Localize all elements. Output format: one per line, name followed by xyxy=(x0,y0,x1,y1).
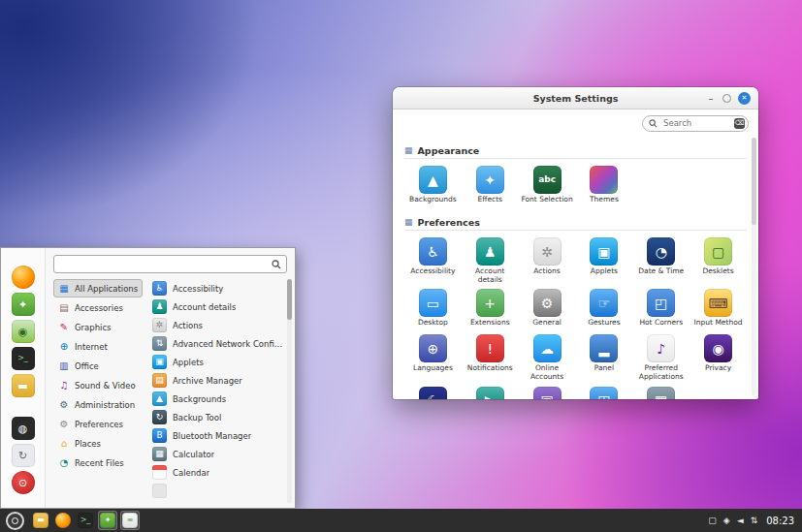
settings-item-privacy[interactable]: ◉Privacy xyxy=(690,332,747,383)
hot-corners-icon: ◰ xyxy=(647,289,675,317)
menu-category-sound-video[interactable]: ♫Sound & Video xyxy=(53,376,143,394)
menu-category-graphics[interactable]: ✎Graphics xyxy=(53,318,143,336)
settings-item-languages[interactable]: ⊕Languages xyxy=(404,332,462,383)
menu-favorite-files-icon[interactable]: ▬ xyxy=(12,374,35,397)
panel-launcher-files[interactable]: ▬ xyxy=(31,511,50,530)
app-label: Advanced Network Configuration xyxy=(173,339,287,349)
menu-category-administration[interactable]: ⚙Administration xyxy=(53,395,143,414)
mint-logo-icon xyxy=(12,517,18,524)
settings-item-label: Privacy xyxy=(705,364,731,373)
network-icon[interactable]: ⇅ xyxy=(751,516,758,525)
menu-favorite-software-manager-icon[interactable]: ✦ xyxy=(12,293,35,316)
settings-search-input[interactable] xyxy=(661,117,730,129)
menu-app-item[interactable] xyxy=(152,482,287,500)
settings-item-extensions[interactable]: +Extensions xyxy=(462,287,519,331)
maximize-button[interactable] xyxy=(722,94,731,103)
settings-item-screensaver[interactable]: ☾Screensaver xyxy=(404,385,462,400)
menu-search[interactable] xyxy=(53,255,287,273)
menu-button[interactable] xyxy=(6,512,24,530)
menu-favorite-firefox-icon[interactable] xyxy=(12,266,35,289)
panel-launcher-text-editor[interactable]: ≡ xyxy=(120,511,140,530)
settings-scrollbar-thumb[interactable] xyxy=(752,138,756,225)
settings-item-gestures[interactable]: ☞Gestures xyxy=(575,287,632,331)
settings-item-windows[interactable]: ▣Windows xyxy=(519,385,576,400)
settings-item-themes[interactable]: Themes xyxy=(575,164,632,208)
settings-item-hot-corners[interactable]: ◰Hot Corners xyxy=(632,287,690,331)
desklets-icon: ▢ xyxy=(704,237,732,266)
settings-item-backgrounds[interactable]: ▲Backgrounds xyxy=(404,164,462,208)
menu-category-places[interactable]: ⌂Places xyxy=(53,434,143,453)
menu-app-backgrounds[interactable]: ▲Backgrounds xyxy=(152,390,287,408)
menu-columns: ▦All Applications▤Accessories✎Graphics⊕I… xyxy=(53,279,287,508)
settings-scrollbar[interactable] xyxy=(752,138,756,395)
menu-app-advanced-network-configuration[interactable]: ⇅Advanced Network Configuration xyxy=(152,334,287,353)
menu-app-actions[interactable]: ✲Actions xyxy=(152,316,287,334)
menu-category-all-applications[interactable]: ▦All Applications xyxy=(53,279,143,297)
menu-app-archive-manager[interactable]: ▤Archive Manager xyxy=(152,371,287,390)
settings-item-applets[interactable]: ▣Applets xyxy=(575,235,632,286)
settings-item-actions[interactable]: ✲Actions xyxy=(519,235,576,286)
menu-category-preferences[interactable]: ⚙Preferences xyxy=(53,415,143,433)
menu-app-backup-tool[interactable]: ↻Backup Tool xyxy=(152,408,287,426)
close-button[interactable]: ✕ xyxy=(738,92,751,105)
privacy-icon: ◉ xyxy=(704,334,732,362)
settings-item-online-accounts[interactable]: ☁Online Accounts xyxy=(519,332,576,383)
settings-search[interactable]: ⌫ xyxy=(642,115,749,132)
settings-item-label: Input Method xyxy=(694,319,743,328)
menu-category-accessories[interactable]: ▤Accessories xyxy=(53,298,143,317)
menu-app-calendar[interactable]: Calendar xyxy=(152,463,287,482)
panel: ▬>_✦≡ ▢◈◄⇅ 08:23 xyxy=(0,509,802,532)
menu-category-recent-files[interactable]: ◔Recent Files xyxy=(53,454,143,472)
internet-icon: ⊕ xyxy=(58,342,70,352)
menu-favorite-logout-icon[interactable]: ↻ xyxy=(12,444,35,467)
category-label: Sound & Video xyxy=(75,381,136,391)
settings-item-effects[interactable]: ✦Effects xyxy=(462,164,519,208)
menu-app-account-details[interactable]: ♟Account details xyxy=(152,297,287,316)
panel-launcher-software-manager[interactable]: ✦ xyxy=(98,511,117,530)
settings-item-input-method[interactable]: ⌨Input Method xyxy=(690,287,747,331)
menu-category-office[interactable]: ▥Office xyxy=(53,357,143,375)
menu-scrollbar[interactable] xyxy=(287,279,292,503)
settings-titlebar[interactable]: System Settings – ✕ xyxy=(393,87,758,110)
preferred-applications-icon: ♪ xyxy=(647,334,675,362)
settings-item-startup-applications[interactable]: ▶Startup Applications xyxy=(462,385,519,400)
settings-item-account-details[interactable]: ♟Account details xyxy=(462,235,519,286)
volume-icon[interactable]: ◄ xyxy=(737,516,744,525)
panel-launchers: ▬>_✦≡ xyxy=(31,511,140,530)
settings-item-workspaces[interactable]: ▦Workspaces xyxy=(632,385,690,400)
settings-item-preferred-applications[interactable]: ♪Preferred Applications xyxy=(632,332,690,383)
panel-launcher-firefox[interactable] xyxy=(53,511,73,530)
menu-app-accessibility[interactable]: ♿Accessibility xyxy=(152,279,287,297)
menu-scrollbar-thumb[interactable] xyxy=(287,279,292,320)
menu-favorite-shutdown-icon[interactable]: ⊙ xyxy=(12,471,35,494)
settings-item-notifications[interactable]: !Notifications xyxy=(462,332,519,383)
menu-app-applets[interactable]: ▣Applets xyxy=(152,353,287,371)
menu-favorite-lock-screen-icon[interactable]: ◍ xyxy=(12,417,35,440)
category-label: Office xyxy=(75,361,99,371)
menu-app-calculator[interactable]: ▦Calculator xyxy=(152,445,287,463)
settings-item-panel[interactable]: ▂Panel xyxy=(575,332,632,383)
languages-icon: ⊕ xyxy=(419,334,447,362)
menu-category-internet[interactable]: ⊕Internet xyxy=(53,337,143,356)
window-tiling-icon: ◫ xyxy=(590,387,618,400)
clear-search-icon[interactable]: ⌫ xyxy=(734,118,745,129)
display-icon[interactable]: ▢ xyxy=(708,516,717,525)
menu-favorite-terminal-icon[interactable]: >_ xyxy=(12,347,35,370)
category-label: Places xyxy=(75,439,101,449)
clock[interactable]: 08:23 xyxy=(766,516,794,526)
settings-item-general[interactable]: ⚙General xyxy=(519,287,576,331)
screensaver-icon: ☾ xyxy=(419,387,447,400)
menu-app-bluetooth-manager[interactable]: BBluetooth Manager xyxy=(152,426,287,445)
minimize-button[interactable]: – xyxy=(706,93,716,103)
panel-launcher-terminal[interactable]: >_ xyxy=(76,511,95,530)
shield-icon[interactable]: ◈ xyxy=(723,516,730,525)
menu-search-input[interactable] xyxy=(59,259,268,270)
settings-item-desktop[interactable]: ▭Desktop xyxy=(404,287,462,331)
settings-item-date-time[interactable]: ◔Date & Time xyxy=(632,235,690,286)
settings-item-window-tiling[interactable]: ◫Window Tiling xyxy=(575,385,632,400)
settings-item-font-selection[interactable]: abcFont Selection xyxy=(519,164,576,208)
settings-item-label: Notifications xyxy=(467,364,513,373)
settings-item-desklets[interactable]: ▢Desklets xyxy=(690,235,747,286)
settings-item-accessibility[interactable]: ♿Accessibility xyxy=(404,235,462,286)
menu-favorite-software-sources-icon[interactable]: ◉ xyxy=(12,320,35,343)
